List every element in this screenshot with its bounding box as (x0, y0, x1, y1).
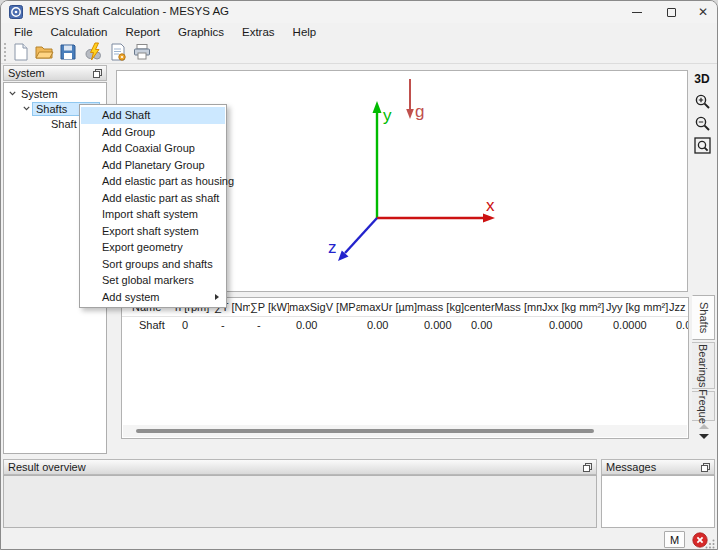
report-options-icon (108, 42, 128, 62)
tree-item-system[interactable]: System (4, 86, 106, 101)
column-header[interactable]: Jzz [kg mm²] (669, 301, 689, 313)
gravity-label: g (415, 102, 424, 121)
cell-n[interactable]: 0 (175, 319, 214, 331)
tab-bearings[interactable]: Bearings (692, 342, 715, 389)
tab-scroll-up-button[interactable] (695, 422, 712, 431)
tab-shafts[interactable]: Shafts (692, 295, 715, 340)
y-axis-label: y (383, 106, 392, 125)
close-button[interactable]: ✕ (688, 1, 718, 23)
menu-item-add-group[interactable]: Add Group (81, 124, 225, 141)
maximize-icon (667, 8, 676, 17)
view-3d-button[interactable]: 3D (691, 69, 713, 89)
chevron-down-icon[interactable] (20, 106, 32, 111)
menu-item-set-global-markers[interactable]: Set global markers (81, 272, 225, 289)
menu-calculation[interactable]: Calculation (42, 24, 117, 40)
open-file-button[interactable] (33, 41, 55, 63)
column-header[interactable]: maxUr [µm] (360, 301, 417, 313)
close-icon: ✕ (698, 6, 708, 18)
resize-grip[interactable] (705, 539, 715, 549)
toolbar-handle[interactable] (4, 43, 7, 61)
zoom-fit-button[interactable] (691, 135, 713, 155)
messages-panel-title: Messages (606, 461, 656, 473)
new-document-icon (10, 42, 30, 62)
menu-item-export-geometry[interactable]: Export geometry (81, 239, 225, 256)
zoom-fit-icon (694, 137, 711, 154)
menu-item-add-elastic-housing[interactable]: Add elastic part as housing (81, 173, 225, 190)
menu-extras[interactable]: Extras (233, 24, 284, 40)
result-panel-title: Result overview (8, 461, 86, 473)
zoom-out-button[interactable] (691, 113, 713, 133)
cell-maxur[interactable]: 0.00 (360, 319, 417, 331)
shaft-table: Name n [rpm] ∑T [Nm] ∑P [kW] maxSigV [MP… (121, 297, 689, 439)
system-panel-title: System (8, 67, 45, 79)
column-header[interactable]: mass [kg] (417, 301, 464, 313)
tab-frequencies[interactable]: Freque (692, 391, 715, 421)
x-axis-label: x (486, 196, 495, 215)
float-panel-icon[interactable] (582, 462, 593, 473)
float-panel-icon[interactable] (92, 68, 103, 79)
table-row[interactable]: Shaft 0 - - 0.00 0.00 0.000 0.00 0.0000 … (122, 317, 688, 333)
menu-item-add-system[interactable]: Add system (81, 289, 225, 306)
cell-jzz[interactable]: 0.000 (669, 319, 689, 331)
menu-item-sort-groups-shafts[interactable]: Sort groups and shafts (81, 256, 225, 273)
arrow-down-icon (699, 434, 709, 439)
arrow-up-icon (699, 424, 709, 429)
title-bar: MESYS Shaft Calculation - MESYS AG ✕ (1, 1, 717, 23)
cell-jxx[interactable]: 0.0000 (542, 319, 606, 331)
view-3d-label: 3D (694, 72, 709, 86)
print-icon (132, 42, 152, 62)
report-options-button[interactable] (107, 41, 129, 63)
new-document-button[interactable] (9, 41, 31, 63)
scrollbar-thumb[interactable] (136, 429, 594, 433)
menu-help[interactable]: Help (284, 24, 326, 40)
app-icon (9, 5, 23, 19)
z-axis-label: z (328, 238, 337, 257)
menu-bar: File Calculation Report Graphics Extras … (1, 23, 717, 40)
column-header[interactable]: ∑P [kW] (250, 301, 289, 313)
tab-scroll-down-button[interactable] (695, 432, 712, 441)
print-button[interactable] (131, 41, 153, 63)
toolbar (1, 40, 717, 64)
menu-graphics[interactable]: Graphics (169, 24, 233, 40)
cell-centermass[interactable]: 0.00 (464, 319, 542, 331)
cell-torque[interactable]: - (214, 319, 250, 331)
cell-mass[interactable]: 0.000 (417, 319, 464, 331)
minimize-button[interactable] (622, 1, 652, 23)
mode-button[interactable]: M (664, 531, 685, 548)
menu-item-add-coaxial-group[interactable]: Add Coaxial Group (81, 140, 225, 157)
cell-power[interactable]: - (250, 319, 289, 331)
menu-item-export-shaft-system[interactable]: Export shaft system (81, 223, 225, 240)
calculate-button[interactable] (83, 41, 105, 63)
menu-item-import-shaft-system[interactable]: Import shaft system (81, 206, 225, 223)
zoom-in-button[interactable] (691, 91, 713, 111)
cell-jyy[interactable]: 0.0000 (606, 319, 669, 331)
cell-maxsigv[interactable]: 0.00 (289, 319, 360, 331)
menu-item-add-shaft[interactable]: Add Shaft (81, 107, 225, 124)
chevron-down-icon[interactable] (6, 91, 18, 96)
horizontal-scrollbar[interactable] (123, 425, 687, 437)
cell-name[interactable]: Shaft (132, 319, 175, 331)
messages-content (601, 475, 715, 528)
column-header[interactable]: maxSigV [MPa] (289, 301, 360, 313)
system-panel-header: System (3, 65, 107, 81)
window-title: MESYS Shaft Calculation - MESYS AG (29, 5, 229, 17)
status-bar: M (1, 528, 717, 550)
column-header[interactable]: Jyy [kg mm²] (606, 301, 669, 313)
save-file-icon (58, 42, 78, 62)
maximize-button[interactable] (656, 1, 686, 23)
save-file-button[interactable] (57, 41, 79, 63)
menu-item-label: Add system (102, 291, 159, 303)
column-header[interactable]: Jxx [kg mm²] (542, 301, 606, 313)
tree-item-label[interactable]: Shaft (48, 118, 80, 130)
menu-report[interactable]: Report (116, 24, 169, 40)
minimize-icon (632, 12, 642, 13)
float-panel-icon[interactable] (700, 462, 711, 473)
menu-file[interactable]: File (5, 24, 42, 40)
tree-item-label[interactable]: System (18, 88, 61, 100)
menu-item-add-planetary-group[interactable]: Add Planetary Group (81, 157, 225, 174)
column-header[interactable]: centerMass [mm] (464, 301, 542, 313)
menu-item-add-elastic-shaft[interactable]: Add elastic part as shaft (81, 190, 225, 207)
context-menu: Add Shaft Add Group Add Coaxial Group Ad… (79, 104, 227, 308)
zoom-out-icon (694, 115, 711, 132)
submenu-arrow-icon (215, 294, 219, 300)
